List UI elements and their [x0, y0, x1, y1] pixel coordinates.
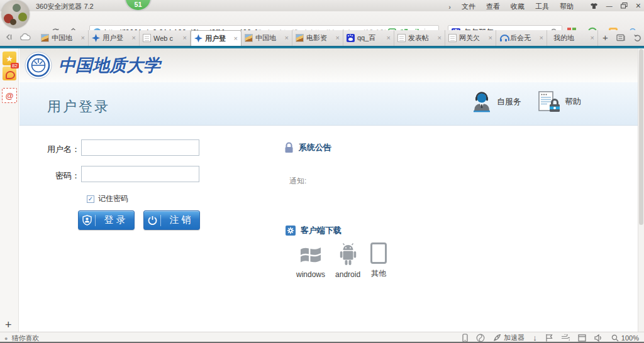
logout-button[interactable]: 注 销	[143, 210, 200, 230]
tab-close-icon[interactable]: ×	[438, 35, 441, 41]
user-avatar[interactable]	[1, 0, 30, 28]
university-emblem-logo	[25, 52, 52, 79]
self-service-link[interactable]: 自服务	[471, 91, 521, 112]
remember-password-label: 记住密码	[98, 193, 128, 204]
tab-favicon	[41, 34, 49, 42]
checkbox-check-icon[interactable]: ✓	[87, 195, 94, 203]
login-button-label: 登 录	[96, 214, 134, 226]
tab-close-icon[interactable]: ×	[387, 35, 391, 41]
window-title: 360安全浏览器 7.2	[36, 2, 94, 11]
accelerator-label: 加速器	[504, 333, 525, 342]
download-windows[interactable]: windows	[296, 244, 325, 279]
tab-list-icon[interactable]	[616, 34, 625, 41]
menu-item-file[interactable]: 文件	[462, 2, 475, 11]
status-bar: ● 猜你喜欢 加速器 ↓ 100%	[0, 332, 644, 343]
title-bar: 360安全浏览器 7.2 › 文件 查看 收藏 工具 帮助 — ×	[0, 0, 644, 11]
navigation-toolbar: ← ☆ http://[2001:da8:214:102:d6be:d9ff:f…	[0, 11, 644, 30]
window-controls: — ×	[590, 0, 641, 11]
university-name: 中国地质大学	[58, 54, 160, 77]
close-button[interactable]: ×	[636, 1, 641, 10]
tab[interactable]: 用户登 ×	[191, 30, 242, 46]
tab-label: 发表帖	[408, 33, 435, 43]
recommend-link[interactable]: 猜你喜欢	[11, 334, 39, 343]
menu-item-tools[interactable]: 工具	[535, 2, 549, 11]
tab-close-icon[interactable]: ×	[336, 35, 340, 41]
scrollbar-thumb[interactable]	[639, 49, 643, 225]
tab-close-icon[interactable]: ×	[81, 35, 85, 41]
tab[interactable]: 电影资 ×	[292, 30, 343, 46]
tab-favicon	[499, 34, 508, 42]
accelerator-control[interactable]: 加速器	[493, 333, 525, 342]
menu-item-help[interactable]: 帮助	[560, 2, 574, 11]
mail-at-icon[interactable]: @	[2, 88, 17, 103]
download-other[interactable]: 其他	[370, 242, 387, 279]
menu-expander-icon[interactable]: ›	[448, 3, 451, 11]
tab[interactable]: 后会无 ×	[496, 30, 547, 46]
tab-close-icon[interactable]: ×	[591, 35, 594, 41]
pinwheel-icon[interactable]	[476, 334, 485, 342]
tab-favicon	[296, 34, 304, 42]
restore-button[interactable]	[621, 3, 628, 9]
tab-favicon	[92, 34, 100, 42]
download-android[interactable]: android	[335, 243, 360, 279]
tab-favicon	[245, 34, 253, 42]
login-button[interactable]: 登 录	[78, 210, 135, 230]
download-section-title: 客户端下载	[286, 225, 341, 236]
username-field[interactable]	[81, 139, 199, 156]
flag-icon[interactable]	[545, 334, 553, 342]
tab[interactable]: 我的地 ×	[547, 30, 598, 46]
rocket-icon	[493, 334, 501, 342]
skin-icon[interactable]	[590, 3, 598, 9]
remember-password-checkbox[interactable]: ✓ 记住密码	[87, 193, 128, 204]
mobile-phone-icon[interactable]	[462, 334, 468, 342]
help-doc-lock-icon	[538, 91, 560, 112]
collapse-tabs-icon[interactable]	[5, 33, 13, 41]
page-viewport: ★ 82 @ + 中国地质大学 用户登录 自服务	[0, 48, 644, 332]
tab[interactable]: 网关欠 ×	[445, 30, 496, 46]
tab[interactable]: 中国地 ×	[38, 30, 89, 46]
download-title-text: 客户端下载	[301, 225, 341, 236]
tab-close-icon[interactable]: ×	[132, 35, 136, 41]
tab-favicon	[194, 35, 203, 43]
menu-item-favorites[interactable]: 收藏	[511, 2, 525, 11]
tab-label: 电影资	[306, 33, 333, 43]
lock-icon	[284, 142, 294, 153]
zoom-control[interactable]: 100%	[611, 334, 639, 342]
new-tab-button[interactable]: +	[602, 33, 608, 42]
menu-item-view[interactable]: 查看	[486, 2, 500, 11]
minimize-button[interactable]: —	[606, 3, 613, 9]
download-clients-row: windows android 其他	[296, 242, 387, 279]
password-field[interactable]	[81, 166, 199, 182]
password-label: 密码：	[32, 170, 80, 182]
android-robot-icon	[338, 243, 358, 266]
tab[interactable]: qq_百 ×	[343, 30, 394, 46]
login-banner: 用户登录 自服务 帮助	[19, 82, 638, 126]
cloud-sync-icon[interactable]	[20, 33, 31, 41]
login-main: 用户名： 密码： ✓ 记住密码 登 录 注 销 系统公	[19, 126, 638, 298]
tab-close-icon[interactable]: ×	[183, 35, 187, 41]
downloads-icon[interactable]: ↓	[533, 333, 537, 342]
gear-icon	[286, 226, 296, 236]
tab[interactable]: Web c ×	[140, 30, 191, 46]
help-label: 帮助	[565, 96, 581, 107]
tab-close-icon[interactable]: ×	[540, 35, 543, 41]
tab-close-icon[interactable]: ×	[489, 35, 492, 41]
add-sidebar-item-icon[interactable]: +	[5, 318, 12, 332]
reopen-closed-tab-icon[interactable]	[633, 34, 641, 41]
tab[interactable]: 发表帖 ×	[394, 30, 445, 46]
page-scrollbar[interactable]	[638, 48, 644, 332]
tab-close-icon[interactable]: ×	[285, 35, 289, 41]
wind-mode-icon[interactable]	[561, 334, 570, 341]
help-link[interactable]: 帮助	[538, 91, 581, 112]
window-layout-icon[interactable]	[578, 334, 586, 342]
weibo-icon[interactable]: 82	[3, 67, 16, 80]
tab-close-icon[interactable]: ×	[234, 35, 238, 42]
tab[interactable]: 用户登 ×	[89, 30, 140, 46]
download-windows-label: windows	[296, 270, 325, 279]
tab-label: qq_百	[357, 33, 384, 43]
tab-favicon	[347, 34, 355, 42]
page-content: 中国地质大学 用户登录 自服务 帮助 用户名：	[19, 48, 638, 332]
tab-label: 网关欠	[459, 33, 486, 43]
speaker-icon[interactable]	[594, 334, 603, 342]
tab[interactable]: 中国地 ×	[242, 30, 292, 46]
